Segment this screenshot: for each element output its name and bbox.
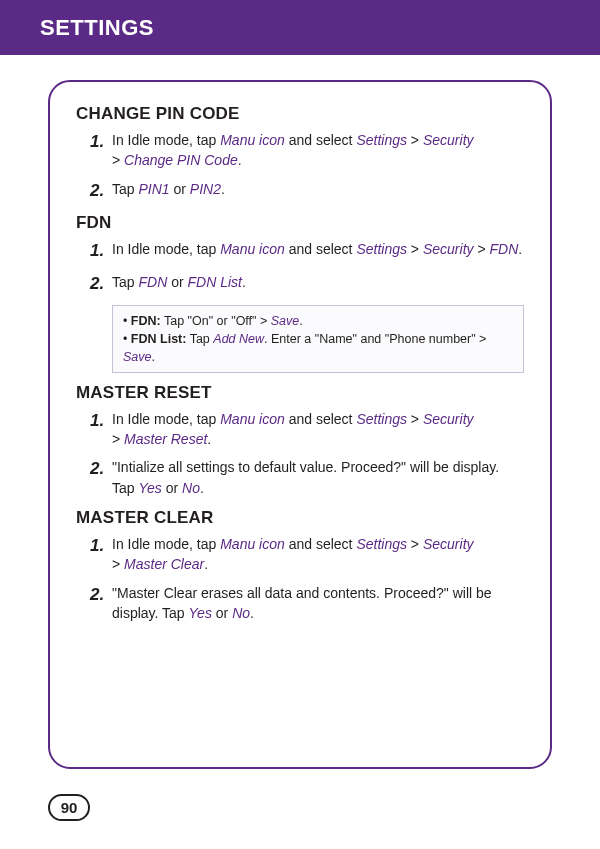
section-title-master-clear: MASTER CLEAR <box>76 508 524 528</box>
text: . <box>299 314 302 328</box>
section-title-change-pin: CHANGE PIN CODE <box>76 104 524 124</box>
text: Tap <box>186 332 213 346</box>
keyword-save: Save <box>271 314 300 328</box>
text: > <box>407 132 423 148</box>
text: > <box>407 241 423 257</box>
text: . <box>242 274 246 290</box>
keyword-master-reset: Master Reset <box>124 431 207 447</box>
keyword-security: Security <box>423 132 474 148</box>
text: > <box>407 536 423 552</box>
content-card: CHANGE PIN CODE 1. In Idle mode, tap Man… <box>48 80 552 769</box>
keyword-add-new: Add New <box>213 332 264 346</box>
keyword-security: Security <box>423 411 474 427</box>
note-label: FDN List: <box>131 332 187 346</box>
header-title: SETTINGS <box>40 15 154 41</box>
text: Tap <box>112 181 138 197</box>
keyword-manu-icon: Manu icon <box>220 132 285 148</box>
text: . <box>250 605 254 621</box>
note-label: FDN: <box>131 314 161 328</box>
step-body: "Intialize all settings to default value… <box>112 457 524 498</box>
text: and select <box>285 536 357 552</box>
master-reset-step-2: 2. "Intialize all settings to default va… <box>90 457 524 498</box>
step-number: 2. <box>90 583 112 624</box>
step-body: In Idle mode, tap Manu icon and select S… <box>112 409 524 450</box>
keyword-security: Security <box>423 241 474 257</box>
text: > <box>407 411 423 427</box>
text: In Idle mode, tap <box>112 536 220 552</box>
keyword-fdn: FDN <box>138 274 167 290</box>
fdn-step-1: 1. In Idle mode, tap Manu icon and selec… <box>90 239 524 264</box>
text: . <box>518 241 522 257</box>
section-title-fdn: FDN <box>76 213 524 233</box>
change-pin-step-1: 1. In Idle mode, tap Manu icon and selec… <box>90 130 524 171</box>
keyword-pin1: PIN1 <box>138 181 169 197</box>
keyword-master-clear: Master Clear <box>124 556 204 572</box>
text: and select <box>285 411 357 427</box>
text: . <box>238 152 242 168</box>
bullet: • <box>123 314 131 328</box>
keyword-settings: Settings <box>356 536 407 552</box>
text: or <box>170 181 190 197</box>
text: . Enter a "Name" and "Phone number" > <box>264 332 486 346</box>
page-number: 90 <box>48 794 90 821</box>
keyword-change-pin-code: Change PIN Code <box>124 152 238 168</box>
step-number: 2. <box>90 457 112 498</box>
text: . <box>204 556 208 572</box>
keyword-pin2: PIN2 <box>190 181 221 197</box>
text: or <box>162 480 182 496</box>
master-clear-step-1: 1. In Idle mode, tap Manu icon and selec… <box>90 534 524 575</box>
text: > <box>112 556 124 572</box>
master-reset-step-1: 1. In Idle mode, tap Manu icon and selec… <box>90 409 524 450</box>
step-body: Tap PIN1 or PIN2. <box>112 179 524 204</box>
step-body: In Idle mode, tap Manu icon and select S… <box>112 130 524 171</box>
text: > <box>474 241 490 257</box>
keyword-fdn-list: FDN List <box>187 274 241 290</box>
text: Tap <box>112 274 138 290</box>
text: . <box>207 431 211 447</box>
text: In Idle mode, tap <box>112 241 220 257</box>
note-row-fdn: • FDN: Tap "On" or "Off" > Save. <box>123 312 513 330</box>
step-body: Tap FDN or FDN List. <box>112 272 524 297</box>
text: > <box>112 152 124 168</box>
text: . <box>221 181 225 197</box>
step-number: 1. <box>90 534 112 575</box>
keyword-settings: Settings <box>356 241 407 257</box>
keyword-no: No <box>232 605 250 621</box>
text: and select <box>285 241 357 257</box>
fdn-step-2: 2. Tap FDN or FDN List. <box>90 272 524 297</box>
keyword-manu-icon: Manu icon <box>220 536 285 552</box>
step-body: In Idle mode, tap Manu icon and select S… <box>112 534 524 575</box>
text: "Master Clear erases all data and conten… <box>112 585 492 621</box>
bullet: • <box>123 332 131 346</box>
step-body: In Idle mode, tap Manu icon and select S… <box>112 239 524 264</box>
step-number: 1. <box>90 409 112 450</box>
section-title-master-reset: MASTER RESET <box>76 383 524 403</box>
text: Tap "On" or "Off" > <box>161 314 271 328</box>
keyword-settings: Settings <box>356 411 407 427</box>
step-number: 2. <box>90 179 112 204</box>
change-pin-step-2: 2. Tap PIN1 or PIN2. <box>90 179 524 204</box>
fdn-note-box: • FDN: Tap "On" or "Off" > Save. • FDN L… <box>112 305 524 373</box>
keyword-yes: Yes <box>138 480 161 496</box>
text: . <box>200 480 204 496</box>
text: In Idle mode, tap <box>112 411 220 427</box>
header-bar: SETTINGS <box>0 0 600 55</box>
keyword-manu-icon: Manu icon <box>220 411 285 427</box>
keyword-fdn: FDN <box>490 241 519 257</box>
step-number: 2. <box>90 272 112 297</box>
keyword-save: Save <box>123 350 152 364</box>
keyword-yes: Yes <box>189 605 212 621</box>
text: or <box>212 605 232 621</box>
master-clear-step-2: 2. "Master Clear erases all data and con… <box>90 583 524 624</box>
text: and select <box>285 132 357 148</box>
text: > <box>112 431 124 447</box>
text: In Idle mode, tap <box>112 132 220 148</box>
note-row-fdn-list: • FDN List: Tap Add New. Enter a "Name" … <box>123 330 513 366</box>
keyword-manu-icon: Manu icon <box>220 241 285 257</box>
step-number: 1. <box>90 239 112 264</box>
step-body: "Master Clear erases all data and conten… <box>112 583 524 624</box>
keyword-settings: Settings <box>356 132 407 148</box>
text: or <box>167 274 187 290</box>
step-number: 1. <box>90 130 112 171</box>
keyword-security: Security <box>423 536 474 552</box>
